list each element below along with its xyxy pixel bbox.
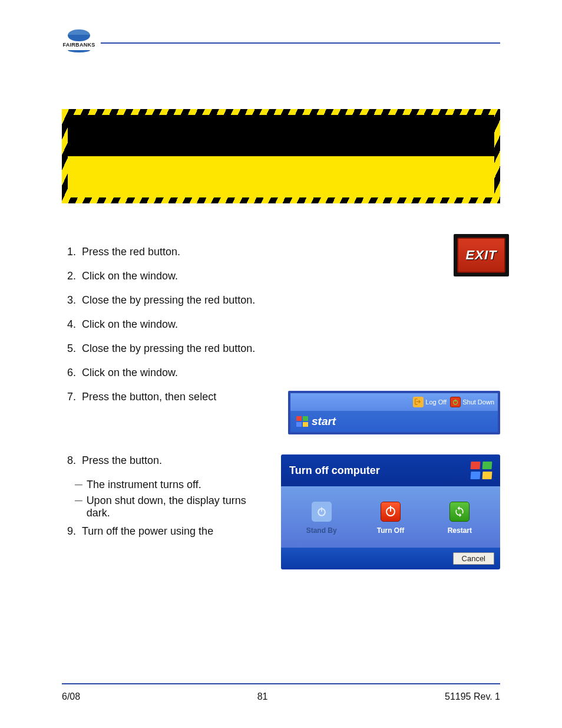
step-1-text: Press the red button. xyxy=(82,246,500,258)
shutdown-icon xyxy=(450,397,461,407)
step-9: 9.Turn off the power using the xyxy=(62,525,269,538)
turn-off-label: Turn Off xyxy=(361,526,420,535)
restart-icon xyxy=(449,502,470,522)
start-menu-screenshot: Log Off Shut Down start xyxy=(288,391,500,434)
svg-rect-1 xyxy=(455,400,456,403)
standby-label: Stand By xyxy=(292,526,351,535)
step-7-text: Press the button, then select xyxy=(82,391,276,403)
step-8: 8.Press the button. xyxy=(62,454,269,467)
turn-off-dialog: Turn off computer Stand By xyxy=(281,454,500,569)
turn-off-icon xyxy=(381,502,401,522)
restart-label: Restart xyxy=(430,526,489,535)
shutdown-label: Shut Down xyxy=(462,398,494,406)
step-4: 4.Click on the window. xyxy=(62,318,500,331)
logo-brand-text: FAIRBANKS xyxy=(62,42,96,48)
logo-globe-icon xyxy=(68,29,90,41)
page-footer: 6/08 81 51195 Rev. 1 xyxy=(62,683,500,702)
exit-button-frame: EXIT xyxy=(454,234,509,276)
step-8-sub-2: ─Upon shut down, the display turns dark. xyxy=(75,495,269,519)
page-header: FAIRBANKS xyxy=(62,29,500,52)
step-5-text: Close the by pressing the red button. xyxy=(82,342,500,355)
logo-swoosh-icon xyxy=(68,48,90,52)
step-9-text: Turn off the power using the xyxy=(82,525,269,538)
step-2-text: Click on the window. xyxy=(82,270,500,282)
windows-flag-icon xyxy=(296,416,308,427)
step-8-sub-1-text: The instrument turns off. xyxy=(87,479,201,491)
shutdown-button[interactable]: Shut Down xyxy=(450,397,494,407)
cancel-button[interactable]: Cancel xyxy=(453,552,494,565)
step-2: 2.Click on the window. xyxy=(62,270,500,282)
caution-top-strip xyxy=(68,115,494,156)
restart-button[interactable]: Restart xyxy=(430,502,489,535)
step-8-text: Press the button. xyxy=(82,454,269,467)
step-6-text: Click on the window. xyxy=(82,367,500,379)
standby-button[interactable]: Stand By xyxy=(292,502,351,535)
step-3: 3.Close the by pressing the red button. xyxy=(62,294,500,307)
step-3-text: Close the by pressing the red button. xyxy=(82,294,500,307)
logoff-button[interactable]: Log Off xyxy=(413,397,447,407)
step-5: 5.Close the by pressing the red button. xyxy=(62,342,500,355)
exit-button-label: EXIT xyxy=(466,248,497,263)
windows-logo-icon xyxy=(471,462,492,479)
turn-off-title: Turn off computer xyxy=(289,465,380,477)
footer-rule xyxy=(62,683,500,684)
step-8-sub-2-text: Upon shut down, the display turns dark. xyxy=(87,495,269,519)
logoff-icon xyxy=(413,397,424,407)
turn-off-button[interactable]: Turn Off xyxy=(361,502,420,535)
svg-rect-3 xyxy=(321,508,322,512)
footer-date: 6/08 xyxy=(62,691,80,702)
caution-banner xyxy=(62,109,500,203)
step-6: 6.Click on the window. xyxy=(62,367,500,379)
step-7: 7.Press the button, then select xyxy=(62,391,276,403)
caution-bottom-strip xyxy=(68,156,494,197)
step-1: 1.Press the red button. xyxy=(62,246,500,258)
header-rule xyxy=(101,42,500,44)
start-button[interactable]: start xyxy=(312,415,336,428)
logoff-label: Log Off xyxy=(425,398,447,406)
fairbanks-logo: FAIRBANKS xyxy=(62,29,96,52)
footer-page-number: 81 xyxy=(257,691,268,702)
standby-icon xyxy=(312,502,332,522)
exit-button[interactable]: EXIT xyxy=(457,238,505,273)
step-8-sub-1: ─The instrument turns off. xyxy=(75,479,269,491)
step-4-text: Click on the window. xyxy=(82,318,500,331)
footer-doc-id: 51195 Rev. 1 xyxy=(445,691,500,702)
